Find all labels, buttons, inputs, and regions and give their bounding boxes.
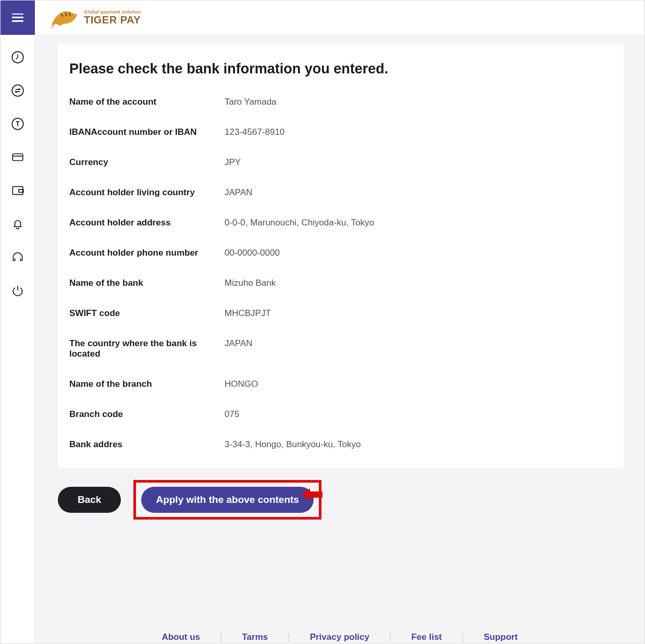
- field-label: Account holder phone number: [69, 248, 225, 258]
- field-label: Name of the bank: [69, 278, 225, 288]
- field-value: 0-0-0, Marunouchi, Chiyoda-ku, Tokyo: [225, 218, 374, 228]
- arrow-left-icon: [302, 487, 324, 502]
- field-holder-country: Account holder living country JAPAN: [69, 187, 612, 198]
- tiger-icon: [49, 6, 81, 29]
- field-value: MHCBJPJT: [225, 308, 271, 319]
- field-bank-name: Name of the bank Mizuho Bank: [69, 278, 612, 288]
- nav-withdraw-icon[interactable]: [11, 117, 24, 131]
- brand-logo[interactable]: Global payment solution TIGER PAY: [49, 6, 141, 29]
- brand-text: Global payment solution TIGER PAY: [84, 10, 141, 25]
- field-label: IBANAccount number or IBAN: [69, 127, 225, 137]
- field-label: Branch code: [69, 409, 225, 420]
- footer-privacy-link[interactable]: Privacy policy: [297, 632, 382, 642]
- field-account-name: Name of the account Taro Yamada: [69, 97, 612, 107]
- footer-links: About us| Tarms| Privacy policy| Fee lis…: [35, 626, 644, 642]
- footer-support-link[interactable]: Support: [471, 632, 530, 642]
- svg-marker-6: [302, 488, 323, 501]
- field-value: HONGO: [225, 379, 258, 389]
- field-value: JAPAN: [225, 187, 253, 198]
- apply-button[interactable]: Apply with the above contents: [141, 487, 313, 513]
- nav-notification-icon[interactable]: [11, 217, 24, 231]
- nav-support-icon[interactable]: [11, 250, 24, 264]
- field-holder-phone: Account holder phone number 00-0000-0000: [69, 248, 612, 258]
- field-label: SWIFT code: [69, 308, 225, 319]
- field-branch-code: Branch code 075: [69, 409, 612, 420]
- action-bar: Back Apply with the above contents: [58, 480, 624, 520]
- nav-power-icon[interactable]: [11, 284, 24, 297]
- field-value: Mizuho Bank: [225, 278, 276, 288]
- footer-terms-link[interactable]: Tarms: [229, 632, 280, 642]
- nav-history-icon[interactable]: [11, 50, 24, 64]
- field-label: Currency: [69, 157, 225, 168]
- highlight-annotation: Apply with the above contents: [133, 480, 321, 520]
- field-value: JAPAN: [225, 338, 253, 349]
- field-label: Name of the branch: [69, 379, 225, 389]
- field-bank-country: The country where the bank is located JA…: [69, 338, 612, 359]
- field-label: Bank addres: [69, 439, 225, 450]
- nav-transfer-icon[interactable]: [11, 84, 24, 97]
- field-currency: Currency JPY: [69, 157, 612, 168]
- header: Global payment solution TIGER PAY: [1, 1, 644, 35]
- main-content: Please check the bank information you en…: [35, 35, 644, 643]
- field-holder-address: Account holder address 0-0-0, Marunouchi…: [69, 218, 612, 228]
- field-label: Name of the account: [69, 97, 225, 107]
- field-bank-address: Bank addres 3-34-3, Hongo, Bunkyou-ku, T…: [69, 439, 612, 450]
- svg-rect-3: [13, 154, 23, 161]
- field-label: Account holder address: [69, 218, 225, 228]
- nav-card-icon[interactable]: [11, 150, 24, 164]
- field-value: 075: [225, 409, 239, 420]
- footer-fees-link[interactable]: Fee list: [399, 632, 454, 642]
- field-label: The country where the bank is located: [69, 338, 225, 359]
- nav-wallet-icon[interactable]: [11, 184, 24, 197]
- confirmation-card: Please check the bank information you en…: [58, 44, 624, 468]
- field-swift: SWIFT code MHCBJPJT: [69, 308, 612, 319]
- field-branch-name: Name of the branch HONGO: [69, 379, 612, 389]
- page-title: Please check the bank information you en…: [69, 61, 612, 77]
- hamburger-icon: [12, 14, 23, 22]
- back-button[interactable]: Back: [58, 487, 121, 513]
- field-value: 123-4567-8910: [225, 127, 284, 137]
- field-iban: IBANAccount number or IBAN 123-4567-8910: [69, 127, 612, 137]
- menu-toggle-button[interactable]: [1, 1, 35, 35]
- field-value: Taro Yamada: [225, 97, 277, 107]
- field-value: JPY: [225, 157, 241, 168]
- svg-rect-4: [13, 186, 23, 194]
- sidebar: [1, 35, 35, 643]
- brand-name: TIGER PAY: [84, 15, 141, 25]
- field-label: Account holder living country: [69, 187, 225, 198]
- footer-about-link[interactable]: About us: [149, 632, 213, 642]
- field-value: 3-34-3, Hongo, Bunkyou-ku, Tokyo: [225, 439, 361, 450]
- field-value: 00-0000-0000: [225, 248, 280, 258]
- svg-point-1: [12, 85, 23, 96]
